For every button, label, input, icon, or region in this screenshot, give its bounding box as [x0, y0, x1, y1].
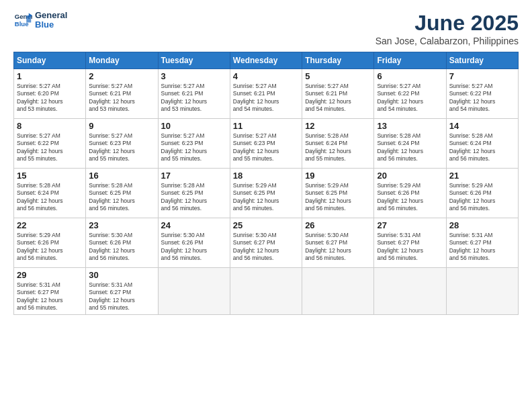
table-row: 2Sunrise: 5:27 AMSunset: 6:21 PMDaylight… [86, 69, 158, 119]
table-row [230, 268, 302, 315]
table-row: 9Sunrise: 5:27 AMSunset: 6:23 PMDaylight… [86, 119, 158, 169]
table-row: 20Sunrise: 5:29 AMSunset: 6:26 PMDayligh… [374, 169, 446, 218]
table-row: 7Sunrise: 5:27 AMSunset: 6:22 PMDaylight… [446, 69, 518, 119]
table-row: 15Sunrise: 5:28 AMSunset: 6:24 PMDayligh… [14, 169, 86, 218]
header-friday: Friday [374, 52, 446, 69]
table-row: 17Sunrise: 5:28 AMSunset: 6:25 PMDayligh… [158, 169, 230, 218]
header-thursday: Thursday [302, 52, 374, 69]
logo: General Blue General Blue [13, 11, 67, 30]
table-row: 30Sunrise: 5:31 AMSunset: 6:27 PMDayligh… [86, 268, 158, 315]
calendar-table: Sunday Monday Tuesday Wednesday Thursday… [13, 52, 519, 315]
table-row: 6Sunrise: 5:27 AMSunset: 6:22 PMDaylight… [374, 69, 446, 119]
calendar-header-row: Sunday Monday Tuesday Wednesday Thursday… [14, 52, 519, 69]
calendar-subtitle: San Jose, Calabarzon, Philippines [375, 36, 519, 46]
table-row: 1Sunrise: 5:27 AMSunset: 6:20 PMDaylight… [14, 69, 86, 119]
table-row: 16Sunrise: 5:28 AMSunset: 6:25 PMDayligh… [86, 169, 158, 218]
table-row: 11Sunrise: 5:27 AMSunset: 6:23 PMDayligh… [230, 119, 302, 169]
table-row: 5Sunrise: 5:27 AMSunset: 6:21 PMDaylight… [302, 69, 374, 119]
table-row: 29Sunrise: 5:31 AMSunset: 6:27 PMDayligh… [14, 268, 86, 315]
table-row: 12Sunrise: 5:28 AMSunset: 6:24 PMDayligh… [302, 119, 374, 169]
table-row [374, 268, 446, 315]
title-area: June 2025 San Jose, Calabarzon, Philippi… [375, 11, 519, 46]
table-row: 10Sunrise: 5:27 AMSunset: 6:23 PMDayligh… [158, 119, 230, 169]
header-monday: Monday [86, 52, 158, 69]
calendar-row: 8Sunrise: 5:27 AMSunset: 6:22 PMDaylight… [14, 119, 519, 169]
header-sunday: Sunday [14, 52, 86, 69]
header-tuesday: Tuesday [158, 52, 230, 69]
header-wednesday: Wednesday [230, 52, 302, 69]
table-row: 28Sunrise: 5:31 AMSunset: 6:27 PMDayligh… [446, 218, 518, 268]
table-row: 3Sunrise: 5:27 AMSunset: 6:21 PMDaylight… [158, 69, 230, 119]
table-row: 23Sunrise: 5:30 AMSunset: 6:26 PMDayligh… [86, 218, 158, 268]
table-row: 8Sunrise: 5:27 AMSunset: 6:22 PMDaylight… [14, 119, 86, 169]
table-row: 25Sunrise: 5:30 AMSunset: 6:27 PMDayligh… [230, 218, 302, 268]
table-row: 26Sunrise: 5:30 AMSunset: 6:27 PMDayligh… [302, 218, 374, 268]
table-row [446, 268, 518, 315]
table-row: 13Sunrise: 5:28 AMSunset: 6:24 PMDayligh… [374, 119, 446, 169]
calendar-page: General Blue General Blue June 2025 San … [0, 0, 532, 411]
logo-general: General [35, 11, 67, 20]
table-row: 21Sunrise: 5:29 AMSunset: 6:26 PMDayligh… [446, 169, 518, 218]
table-row: 4Sunrise: 5:27 AMSunset: 6:21 PMDaylight… [230, 69, 302, 119]
calendar-row: 29Sunrise: 5:31 AMSunset: 6:27 PMDayligh… [14, 268, 519, 315]
calendar-row: 1Sunrise: 5:27 AMSunset: 6:20 PMDaylight… [14, 69, 519, 119]
table-row: 19Sunrise: 5:29 AMSunset: 6:25 PMDayligh… [302, 169, 374, 218]
table-row: 27Sunrise: 5:31 AMSunset: 6:27 PMDayligh… [374, 218, 446, 268]
header-area: General Blue General Blue June 2025 San … [13, 11, 519, 46]
header-saturday: Saturday [446, 52, 518, 69]
calendar-row: 22Sunrise: 5:29 AMSunset: 6:26 PMDayligh… [14, 218, 519, 268]
table-row [302, 268, 374, 315]
calendar-title: June 2025 [375, 11, 519, 36]
calendar-row: 15Sunrise: 5:28 AMSunset: 6:24 PMDayligh… [14, 169, 519, 218]
logo-blue: Blue [35, 20, 67, 30]
table-row: 24Sunrise: 5:30 AMSunset: 6:26 PMDayligh… [158, 218, 230, 268]
table-row: 18Sunrise: 5:29 AMSunset: 6:25 PMDayligh… [230, 169, 302, 218]
table-row: 14Sunrise: 5:28 AMSunset: 6:24 PMDayligh… [446, 119, 518, 169]
logo-icon: General Blue [13, 11, 32, 30]
table-row [158, 268, 230, 315]
table-row: 22Sunrise: 5:29 AMSunset: 6:26 PMDayligh… [14, 218, 86, 268]
